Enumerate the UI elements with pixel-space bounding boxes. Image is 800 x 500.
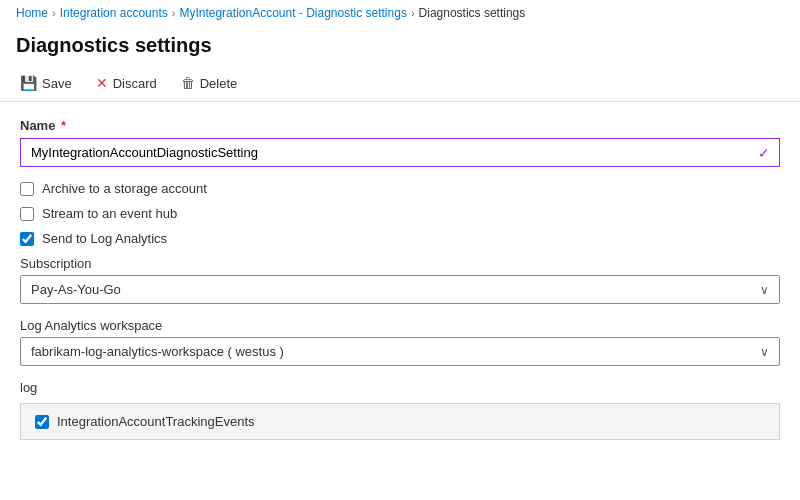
delete-icon: 🗑 [181, 75, 195, 91]
archive-label[interactable]: Archive to a storage account [42, 181, 207, 196]
name-input-wrapper: ✓ [20, 138, 780, 167]
required-marker: * [57, 118, 66, 133]
log-item-label[interactable]: IntegrationAccountTrackingEvents [57, 414, 255, 429]
breadcrumb-sep-1: › [52, 7, 56, 19]
archive-checkbox[interactable] [20, 182, 34, 196]
stream-checkbox[interactable] [20, 207, 34, 221]
delete-button[interactable]: 🗑 Delete [177, 73, 242, 93]
subscription-dropdown[interactable]: Pay-As-You-Go ∨ [20, 275, 780, 304]
delete-label: Delete [200, 76, 238, 91]
name-label: Name * [20, 118, 780, 133]
subscription-value: Pay-As-You-Go [31, 282, 121, 297]
subscription-field: Subscription Pay-As-You-Go ∨ [20, 256, 780, 304]
discard-button[interactable]: ✕ Discard [92, 73, 161, 93]
content-area: Name * ✓ Archive to a storage account St… [0, 102, 800, 456]
breadcrumb: Home › Integration accounts › MyIntegrat… [0, 0, 800, 26]
log-analytics-checkbox-row: Send to Log Analytics [20, 231, 780, 246]
log-section: log IntegrationAccountTrackingEvents [20, 380, 780, 440]
log-analytics-workspace-field: Log Analytics workspace fabrikam-log-ana… [20, 318, 780, 366]
name-check-icon: ✓ [758, 145, 770, 161]
toolbar: 💾 Save ✕ Discard 🗑 Delete [0, 67, 800, 102]
name-input[interactable] [20, 138, 780, 167]
save-button[interactable]: 💾 Save [16, 73, 76, 93]
log-analytics-workspace-value: fabrikam-log-analytics-workspace ( westu… [31, 344, 284, 359]
discard-label: Discard [113, 76, 157, 91]
archive-checkbox-row: Archive to a storage account [20, 181, 780, 196]
name-field-group: Name * ✓ [20, 118, 780, 167]
save-label: Save [42, 76, 72, 91]
log-analytics-checkbox[interactable] [20, 232, 34, 246]
stream-label[interactable]: Stream to an event hub [42, 206, 177, 221]
log-item-checkbox[interactable] [35, 415, 49, 429]
discard-icon: ✕ [96, 75, 108, 91]
subscription-arrow-icon: ∨ [760, 283, 769, 297]
breadcrumb-integration-accounts[interactable]: Integration accounts [60, 6, 168, 20]
stream-checkbox-row: Stream to an event hub [20, 206, 780, 221]
log-section-label: log [20, 380, 780, 395]
breadcrumb-sep-2: › [172, 7, 176, 19]
log-analytics-workspace-dropdown[interactable]: fabrikam-log-analytics-workspace ( westu… [20, 337, 780, 366]
breadcrumb-my-integration-account[interactable]: MyIntegrationAccount - Diagnostic settin… [179, 6, 406, 20]
log-table-row: IntegrationAccountTrackingEvents [20, 403, 780, 440]
breadcrumb-diagnostic-settings: Diagnostics settings [419, 6, 526, 20]
breadcrumb-sep-3: › [411, 7, 415, 19]
breadcrumb-home[interactable]: Home [16, 6, 48, 20]
subscription-label: Subscription [20, 256, 780, 271]
log-analytics-label[interactable]: Send to Log Analytics [42, 231, 167, 246]
page-title: Diagnostics settings [0, 26, 800, 67]
save-icon: 💾 [20, 75, 37, 91]
log-analytics-workspace-label: Log Analytics workspace [20, 318, 780, 333]
log-analytics-workspace-arrow-icon: ∨ [760, 345, 769, 359]
